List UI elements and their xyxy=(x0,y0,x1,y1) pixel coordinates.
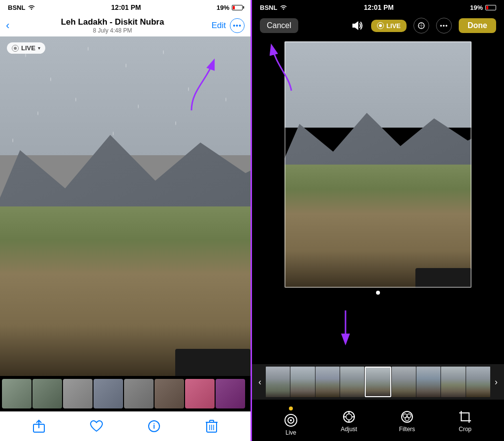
trash-icon xyxy=(206,419,218,433)
live-badge-left[interactable]: LIVE ▾ xyxy=(7,42,45,54)
dot-indicator xyxy=(376,291,380,295)
speaker-icon xyxy=(350,19,364,32)
status-bar-right: BSNL 12:01 PM 19% xyxy=(252,0,504,15)
live-icon xyxy=(284,413,298,427)
live-badge-right[interactable]: LIVE xyxy=(371,20,407,32)
status-right-right: 19% xyxy=(470,4,496,11)
svg-point-10 xyxy=(290,419,292,421)
adjust-tab-icon xyxy=(342,410,356,424)
adjustment-icon xyxy=(417,21,426,30)
nav-icons-right: LIVE ••• Done xyxy=(350,18,496,34)
car-edge xyxy=(175,349,251,376)
photo-area-right xyxy=(252,36,504,364)
car-edge-right xyxy=(415,268,472,288)
nav-title-block: Leh Ladakh - Diskit Nubra 8 July 4:48 PM xyxy=(13,17,211,34)
film-frame-5-selected[interactable] xyxy=(365,367,391,397)
arrow-svg-bottom xyxy=(331,308,360,347)
info-icon: i xyxy=(148,420,160,433)
film-frame-2[interactable] xyxy=(290,367,315,397)
film-frame-4[interactable] xyxy=(340,367,364,397)
cancel-button[interactable]: Cancel xyxy=(260,18,298,33)
share-icon xyxy=(32,419,45,433)
thumb-8[interactable] xyxy=(216,379,245,408)
svg-rect-21 xyxy=(461,413,469,421)
right-panel: BSNL 12:01 PM 19% Cancel xyxy=(252,0,504,441)
filmstrip-prev[interactable]: ‹ xyxy=(254,364,266,400)
more-dots-right: ••• xyxy=(440,22,448,30)
status-left: BSNL xyxy=(8,4,35,11)
nav-bar-left: ‹ Leh Ladakh - Diskit Nubra 8 July 4:48 … xyxy=(0,15,251,36)
tab-crop[interactable]: Crop xyxy=(450,410,480,433)
thumb-5[interactable] xyxy=(124,379,154,408)
tab-filters[interactable]: Filters xyxy=(392,410,422,433)
filters-tab-label: Filters xyxy=(399,426,415,433)
live-tab-icon xyxy=(284,413,298,427)
more-button[interactable]: ••• xyxy=(230,18,245,33)
share-button[interactable] xyxy=(32,419,46,433)
film-frame-9[interactable] xyxy=(466,367,490,397)
info-button[interactable]: i xyxy=(147,419,161,433)
bottom-tabs-right: Live Adjust xyxy=(252,402,504,441)
live-inner xyxy=(14,47,17,50)
bottom-toolbar-left: i xyxy=(0,411,251,441)
thumb-7[interactable] xyxy=(185,379,215,408)
time-left: 12:01 PM xyxy=(111,3,141,11)
back-button[interactable]: ‹ xyxy=(6,19,13,32)
film-frame-8[interactable] xyxy=(441,367,465,397)
battery-icon-left xyxy=(232,5,243,10)
edit-button[interactable]: Edit xyxy=(212,21,226,31)
done-button[interactable]: Done xyxy=(459,18,496,33)
photo-frame-right xyxy=(284,41,472,288)
svg-text:i: i xyxy=(153,422,155,430)
sky-right xyxy=(284,41,472,128)
adjust-icon xyxy=(342,410,356,424)
tab-live[interactable]: Live xyxy=(276,407,306,436)
thumbnail-strip xyxy=(0,376,251,411)
arrow-to-filmstrip xyxy=(331,308,360,349)
adjust-tab-label: Adjust xyxy=(341,426,357,433)
live-label-left: LIVE xyxy=(21,44,35,52)
photo-title: Leh Ladakh - Diskit Nubra xyxy=(13,17,211,27)
live-label-right: LIVE xyxy=(386,22,401,30)
nav-bar-right: Cancel LIVE xyxy=(252,15,504,36)
live-tab-label: Live xyxy=(285,429,296,436)
filters-tab-icon xyxy=(400,410,414,424)
thumb-6[interactable] xyxy=(155,379,184,408)
wifi-icon xyxy=(28,4,35,10)
thumb-1[interactable] xyxy=(2,379,32,408)
svg-rect-6 xyxy=(210,420,214,422)
adjustment-button[interactable] xyxy=(413,18,429,34)
film-frame-6[interactable] xyxy=(392,367,416,397)
filmstrip-frames xyxy=(266,364,490,400)
photo-landscape-right xyxy=(284,41,472,288)
film-frame-1[interactable] xyxy=(266,367,290,397)
trash-button[interactable] xyxy=(205,419,219,433)
carrier-right: BSNL xyxy=(260,4,277,11)
film-frame-3[interactable] xyxy=(315,367,340,397)
battery-icon-right xyxy=(485,5,496,10)
audio-button[interactable] xyxy=(350,19,364,32)
live-active-dot xyxy=(289,407,293,410)
live-inner-right xyxy=(379,24,382,27)
film-frame-7[interactable] xyxy=(416,367,441,397)
tab-adjust[interactable]: Adjust xyxy=(334,410,364,433)
crop-tab-label: Crop xyxy=(459,426,472,433)
live-chevron-icon: ▾ xyxy=(38,45,40,51)
status-right-left: 19% xyxy=(217,4,243,11)
thumb-2[interactable] xyxy=(32,379,62,408)
heart-button[interactable] xyxy=(90,419,103,433)
filmstrip: ‹ › xyxy=(252,364,504,400)
more-button-right[interactable]: ••• xyxy=(436,18,452,34)
thumb-4[interactable] xyxy=(94,379,123,408)
svg-point-12 xyxy=(346,414,352,420)
filmstrip-next[interactable]: › xyxy=(490,364,502,400)
crop-icon xyxy=(458,410,472,424)
sky-layer xyxy=(0,36,251,155)
left-panel: BSNL 12:01 PM 19% ‹ Leh Ladakh - Diskit … xyxy=(0,0,252,441)
main-photo: LIVE ▾ xyxy=(0,36,251,376)
time-right: 12:01 PM xyxy=(364,3,394,11)
battery-pct-left: 19% xyxy=(217,4,229,11)
carrier-label: BSNL xyxy=(8,4,25,11)
thumb-3[interactable] xyxy=(63,379,93,408)
status-left-right: BSNL xyxy=(260,4,287,11)
